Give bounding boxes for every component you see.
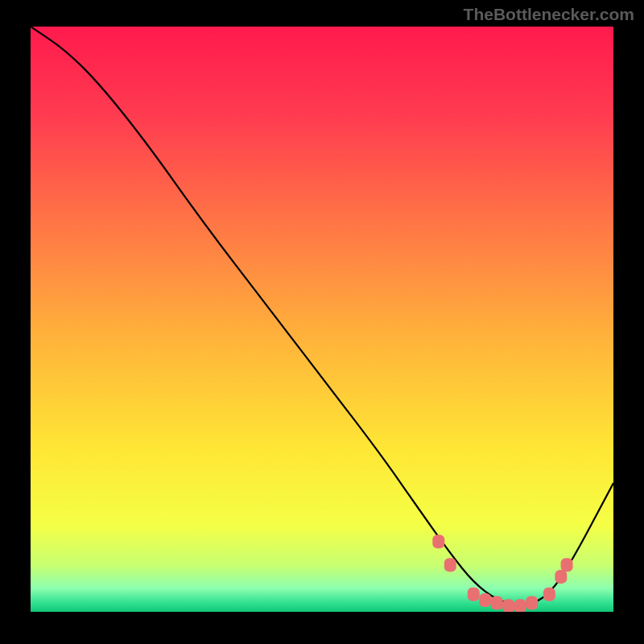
marker-point: [432, 535, 444, 548]
marker-point: [555, 570, 567, 584]
marker-point: [514, 599, 526, 612]
marker-point: [491, 597, 503, 610]
marker-point: [543, 588, 555, 601]
chart-svg: [31, 27, 613, 612]
plot-area: [31, 27, 613, 612]
chart-container: { "watermark": "TheBottlenecker.com", "c…: [0, 0, 644, 644]
marker-point: [468, 588, 480, 601]
marker-point: [526, 597, 538, 610]
watermark-text: TheBottlenecker.com: [464, 5, 634, 24]
gradient-background: [31, 27, 613, 612]
marker-point: [479, 593, 491, 607]
marker-point: [502, 599, 514, 612]
marker-point: [561, 558, 573, 572]
marker-point: [444, 558, 456, 572]
